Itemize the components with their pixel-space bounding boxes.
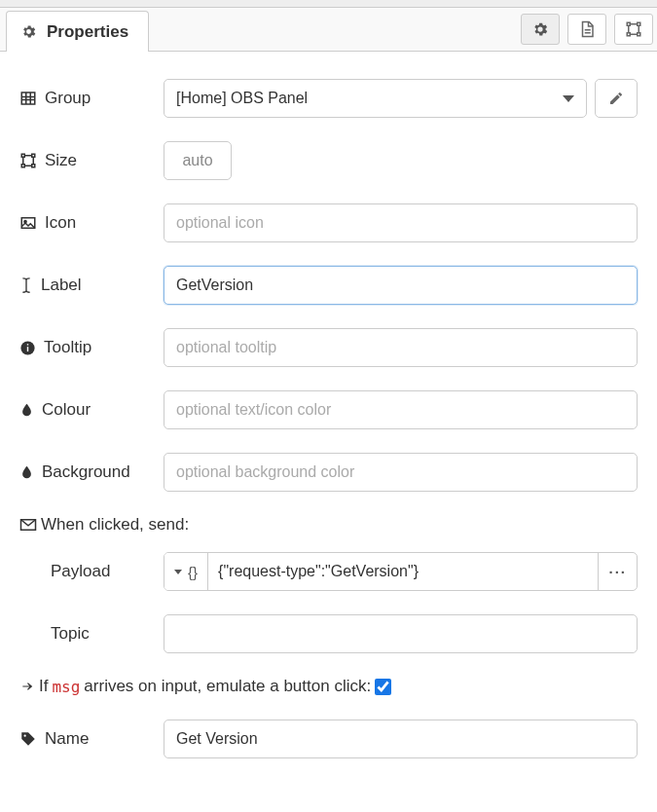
svg-rect-8	[32, 165, 35, 167]
edit-group-button[interactable]	[595, 79, 638, 118]
label-topic: Topic	[19, 624, 164, 644]
label-background: Background	[19, 462, 164, 482]
svg-rect-4	[21, 92, 35, 104]
row-icon: Icon	[19, 203, 638, 242]
payload-type-glyph: {}	[188, 564, 198, 580]
label-topic-text: Topic	[51, 624, 90, 644]
tooltip-input[interactable]	[164, 328, 638, 367]
row-when-clicked: When clicked, send:	[19, 515, 638, 535]
row-topic: Topic	[19, 614, 638, 653]
label-label-text: Label	[41, 276, 82, 295]
background-input[interactable]	[164, 453, 638, 492]
label-icon: Icon	[19, 213, 164, 233]
colour-input[interactable]	[164, 390, 638, 429]
top-toolbar	[0, 0, 657, 8]
svg-rect-5	[21, 154, 24, 157]
tab-button-docs[interactable]	[567, 14, 606, 45]
image-icon	[19, 214, 37, 232]
row-payload: Payload {} {"request-type":"GetVersion"}…	[19, 552, 638, 591]
tint-icon	[19, 401, 34, 419]
gear-icon	[531, 20, 549, 38]
tab-button-layout[interactable]	[614, 14, 653, 45]
label-colour: Colour	[19, 400, 164, 420]
cursor-text-icon	[19, 277, 33, 294]
when-clicked-text: When clicked, send:	[41, 515, 189, 535]
svg-rect-1	[638, 22, 640, 25]
svg-rect-2	[627, 33, 630, 36]
name-input[interactable]	[164, 720, 638, 758]
label-payload-text: Payload	[51, 562, 110, 581]
label-payload: Payload	[19, 562, 164, 581]
gear-icon	[20, 23, 37, 40]
spacer	[149, 8, 517, 51]
info-icon	[19, 340, 36, 356]
arrow-right-icon	[19, 680, 35, 693]
label-label: Label	[19, 276, 164, 295]
row-label: Label	[19, 266, 638, 305]
if-suffix: arrives on input, emulate a button click…	[84, 677, 371, 696]
svg-rect-6	[32, 154, 35, 157]
document-icon	[578, 20, 596, 38]
label-input[interactable]	[164, 266, 638, 305]
chevron-down-icon	[174, 570, 182, 574]
label-name-text: Name	[45, 729, 89, 749]
row-group: Group [Home] OBS Panel	[19, 79, 638, 118]
label-name: Name	[19, 729, 164, 749]
properties-panel: Group [Home] OBS Panel Size auto Icon	[0, 52, 657, 801]
row-name: Name	[19, 720, 638, 758]
svg-rect-0	[627, 22, 630, 25]
payload-expand-button[interactable]: ···	[598, 553, 637, 590]
row-background: Background	[19, 453, 638, 492]
label-colour-text: Colour	[42, 400, 91, 420]
label-icon-text: Icon	[45, 213, 76, 233]
if-prefix: If	[39, 677, 48, 696]
svg-rect-7	[21, 165, 24, 167]
tab-properties-label: Properties	[47, 22, 128, 42]
emulate-click-checkbox[interactable]	[375, 679, 391, 695]
payload-input[interactable]: {} {"request-type":"GetVersion"} ···	[164, 552, 638, 591]
tab-button-settings[interactable]	[521, 14, 560, 45]
svg-point-15	[24, 735, 26, 737]
svg-rect-13	[27, 344, 28, 345]
tab-properties[interactable]: Properties	[6, 11, 149, 52]
label-size-text: Size	[45, 151, 77, 170]
payload-value[interactable]: {"request-type":"GetVersion"}	[208, 553, 598, 590]
label-size: Size	[19, 151, 164, 170]
label-tooltip-text: Tooltip	[44, 338, 91, 357]
label-group: Group	[19, 89, 164, 108]
chevron-down-icon	[563, 95, 574, 102]
row-colour: Colour	[19, 390, 638, 429]
ellipsis-icon: ···	[608, 564, 627, 580]
topic-input[interactable]	[164, 614, 638, 653]
bounds-icon	[19, 152, 37, 169]
msg-token: msg	[52, 678, 80, 696]
label-group-text: Group	[45, 89, 91, 108]
tag-icon	[19, 730, 37, 748]
payload-type-selector[interactable]: {}	[164, 553, 208, 590]
envelope-icon	[19, 518, 37, 532]
svg-rect-3	[638, 33, 640, 36]
tint-icon	[19, 463, 34, 481]
row-size: Size auto	[19, 141, 638, 180]
tabs-row: Properties	[0, 8, 657, 52]
group-select[interactable]: [Home] OBS Panel	[164, 79, 587, 118]
svg-rect-12	[27, 347, 28, 351]
size-input[interactable]: auto	[164, 141, 232, 180]
label-tooltip: Tooltip	[19, 338, 164, 357]
pencil-icon	[608, 91, 624, 106]
group-select-value: [Home] OBS Panel	[176, 90, 308, 107]
grid-icon	[19, 90, 37, 107]
label-background-text: Background	[42, 462, 130, 482]
icon-input[interactable]	[164, 203, 638, 242]
bounds-icon	[625, 20, 642, 38]
row-emulate-click: If msg arrives on input, emulate a butto…	[19, 677, 638, 696]
row-tooltip: Tooltip	[19, 328, 638, 367]
